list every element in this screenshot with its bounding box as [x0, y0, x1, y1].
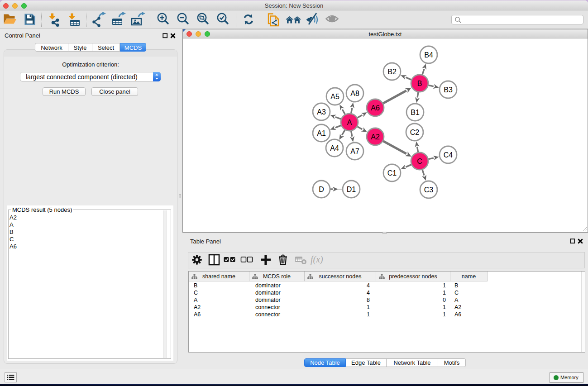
svg-text:C1: C1: [387, 169, 397, 177]
svg-text:A8: A8: [350, 90, 359, 97]
svg-text:C2: C2: [410, 129, 420, 136]
svg-text:B3: B3: [444, 86, 453, 94]
svg-text:D1: D1: [347, 186, 356, 193]
svg-text:C: C: [417, 157, 422, 165]
svg-text:C4: C4: [444, 151, 453, 159]
svg-text:D: D: [319, 186, 324, 193]
svg-text:B2: B2: [387, 68, 397, 76]
svg-text:A6: A6: [371, 104, 380, 112]
svg-text:A1: A1: [317, 129, 326, 137]
svg-text:A3: A3: [317, 108, 326, 116]
svg-text:A5: A5: [330, 93, 339, 100]
svg-text:A: A: [347, 119, 352, 126]
svg-text:A2: A2: [371, 133, 380, 141]
svg-text:A7: A7: [350, 148, 359, 155]
svg-text:C3: C3: [424, 186, 434, 194]
svg-text:B1: B1: [411, 109, 420, 116]
svg-text:B: B: [417, 80, 422, 87]
svg-text:B4: B4: [424, 51, 433, 59]
svg-text:A4: A4: [330, 144, 339, 152]
